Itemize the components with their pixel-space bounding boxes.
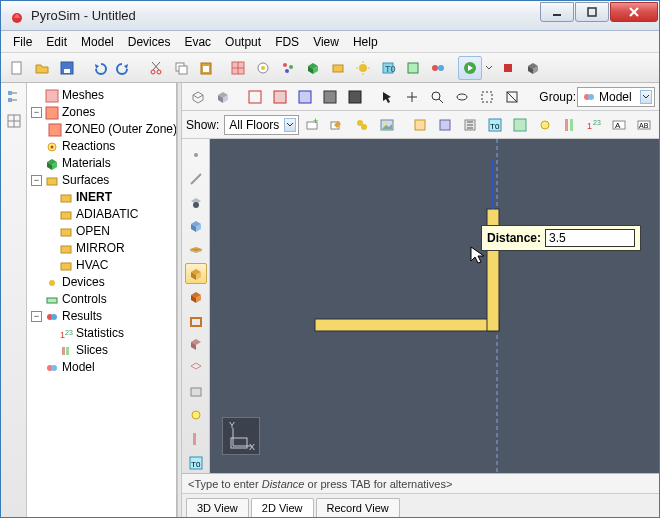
- redo-button[interactable]: [112, 56, 136, 80]
- draw-devc-tool[interactable]: [185, 405, 207, 426]
- save-button[interactable]: [55, 56, 79, 80]
- pointer-tool[interactable]: [375, 85, 399, 109]
- draw-wall-tool[interactable]: [185, 263, 207, 284]
- editfloor-button[interactable]: [326, 113, 348, 137]
- tool-device-icon[interactable]: [351, 56, 375, 80]
- view-wireframe-icon[interactable]: [186, 85, 210, 109]
- undo-button[interactable]: [87, 56, 111, 80]
- tree-slices[interactable]: Slices: [45, 342, 174, 359]
- tree-zones[interactable]: −Zones: [31, 104, 174, 121]
- tree-results[interactable]: −Results: [31, 308, 174, 325]
- tree-inert[interactable]: INERT: [45, 189, 174, 206]
- menu-output[interactable]: Output: [219, 33, 267, 51]
- tree-model[interactable]: Model: [31, 359, 174, 376]
- maximize-button[interactable]: [575, 2, 609, 22]
- orbit-tool[interactable]: [450, 85, 474, 109]
- menu-devices[interactable]: Devices: [122, 33, 177, 51]
- show-mesh-icon[interactable]: [409, 113, 431, 137]
- cut-button[interactable]: [144, 56, 168, 80]
- view-outline-icon[interactable]: [243, 85, 267, 109]
- smokeview-button[interactable]: [521, 56, 545, 80]
- collapse-icon[interactable]: −: [31, 175, 42, 186]
- menu-fds[interactable]: FDS: [269, 33, 305, 51]
- tree-meshes[interactable]: Meshes: [31, 87, 174, 104]
- tool-material-icon[interactable]: [301, 56, 325, 80]
- show-time-icon[interactable]: T0: [484, 113, 506, 137]
- group-select[interactable]: Model: [577, 87, 655, 107]
- run-menu-dropdown[interactable]: [483, 56, 495, 80]
- stop-button[interactable]: [496, 56, 520, 80]
- show-vent-icon[interactable]: [459, 113, 481, 137]
- draw-slice-tool[interactable]: [185, 429, 207, 450]
- draw-obst-tool[interactable]: [185, 216, 207, 237]
- menu-model[interactable]: Model: [75, 33, 120, 51]
- tree-materials[interactable]: Materials: [31, 155, 174, 172]
- tool-results-icon[interactable]: [426, 56, 450, 80]
- open-button[interactable]: [30, 56, 54, 80]
- bgimage-button[interactable]: [376, 113, 398, 137]
- floorprops-button[interactable]: [351, 113, 373, 137]
- collapse-icon[interactable]: −: [31, 107, 42, 118]
- tree-hvac[interactable]: HVAC: [45, 257, 174, 274]
- menu-file[interactable]: File: [7, 33, 38, 51]
- show-obst-icon[interactable]: [434, 113, 456, 137]
- draw-line-tool[interactable]: [185, 169, 207, 190]
- distance-input[interactable]: [545, 229, 635, 247]
- nav-tree-button[interactable]: [4, 87, 24, 107]
- draw-vent-tool[interactable]: [185, 381, 207, 402]
- draw-meshopen-tool[interactable]: [185, 358, 207, 379]
- tool-surface-icon[interactable]: [326, 56, 350, 80]
- view-group-icon[interactable]: [343, 85, 367, 109]
- draw-mesh-tool[interactable]: [185, 334, 207, 355]
- draw-block-tool[interactable]: [185, 287, 207, 308]
- tree-open[interactable]: OPEN: [45, 223, 174, 240]
- collapse-icon[interactable]: −: [31, 311, 42, 322]
- tree-mirror[interactable]: MIRROR: [45, 240, 174, 257]
- menu-help[interactable]: Help: [347, 33, 384, 51]
- paste-button[interactable]: [194, 56, 218, 80]
- tool-activation-icon[interactable]: T0: [376, 56, 400, 80]
- tool-mesh-icon[interactable]: [226, 56, 250, 80]
- tab-2d[interactable]: 2D View: [251, 498, 314, 517]
- floor-select[interactable]: All Floors: [224, 115, 298, 135]
- tool-particle-icon[interactable]: [276, 56, 300, 80]
- menu-evac[interactable]: Evac: [178, 33, 217, 51]
- tree-zone0[interactable]: ZONE0 (Outer Zone): [45, 121, 174, 138]
- view-filled1-icon[interactable]: [268, 85, 292, 109]
- minimize-button[interactable]: [540, 2, 574, 22]
- show-init-icon[interactable]: [509, 113, 531, 137]
- tool-reaction-icon[interactable]: [251, 56, 275, 80]
- draw-room-tool[interactable]: [185, 310, 207, 331]
- show-slcf-icon[interactable]: [559, 113, 581, 137]
- addfloor-button[interactable]: +: [302, 113, 324, 137]
- new-button[interactable]: [5, 56, 29, 80]
- canvas-2d[interactable]: Distance: Y X: [210, 139, 659, 473]
- tree-adiabatic[interactable]: ADIABATIC: [45, 206, 174, 223]
- tree-surfaces[interactable]: −Surfaces: [31, 172, 174, 189]
- tree-controls[interactable]: Controls: [31, 291, 174, 308]
- show-devc-icon[interactable]: [534, 113, 556, 137]
- run-button[interactable]: [458, 56, 482, 80]
- draw-hole-tool[interactable]: [185, 192, 207, 213]
- selectbox-tool[interactable]: [475, 85, 499, 109]
- draw-init-tool[interactable]: T0: [185, 452, 207, 473]
- draw-slab-tool[interactable]: [185, 240, 207, 261]
- axis-widget[interactable]: Y X: [222, 417, 260, 455]
- tool-control-icon[interactable]: [401, 56, 425, 80]
- menu-view[interactable]: View: [307, 33, 345, 51]
- copy-button[interactable]: [169, 56, 193, 80]
- close-button[interactable]: [610, 2, 658, 22]
- view-filled2-icon[interactable]: [293, 85, 317, 109]
- reset-view-tool[interactable]: [500, 85, 524, 109]
- nav-grid-button[interactable]: [4, 111, 24, 131]
- show-label-icon[interactable]: A: [608, 113, 630, 137]
- annotate-icon[interactable]: AB: [633, 113, 655, 137]
- pan-tool[interactable]: [400, 85, 424, 109]
- show-stat-icon[interactable]: 123: [583, 113, 605, 137]
- tree-devices[interactable]: Devices: [31, 274, 174, 291]
- view-filled3-icon[interactable]: [318, 85, 342, 109]
- tab-record[interactable]: Record View: [316, 498, 400, 517]
- tab-3d[interactable]: 3D View: [186, 498, 249, 517]
- draw-point-tool[interactable]: [185, 145, 207, 166]
- tree-reactions[interactable]: Reactions: [31, 138, 174, 155]
